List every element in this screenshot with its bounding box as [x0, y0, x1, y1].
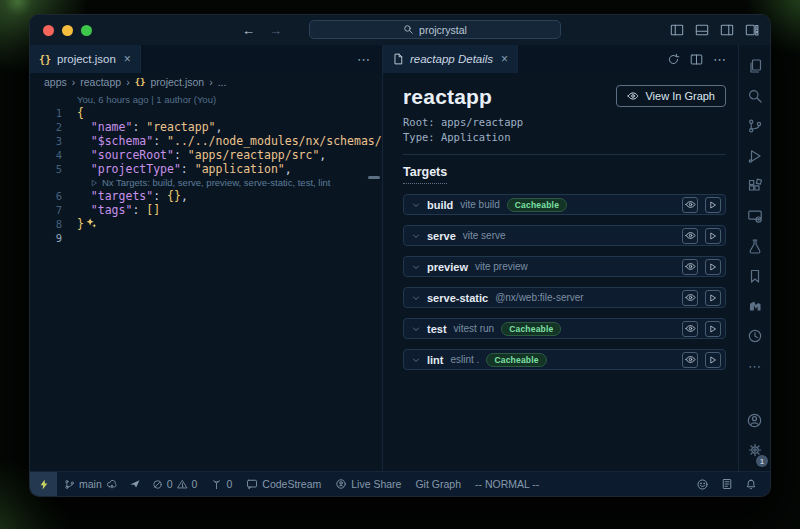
bookmarks-icon[interactable]: [739, 261, 770, 291]
target-row-serve[interactable]: serve vite serve: [403, 225, 726, 246]
codestream-status[interactable]: CodeStream: [239, 478, 328, 490]
nx-targets-codelens[interactable]: Nx Targets: build, serve, preview, serve…: [30, 176, 382, 189]
extensions-icon[interactable]: [739, 171, 770, 201]
toggle-panel-icon[interactable]: [695, 23, 709, 37]
account-icon[interactable]: [739, 405, 770, 435]
tab-bar-right: reactapp Details × ⋯: [383, 45, 738, 73]
split-editor-icon[interactable]: [690, 53, 703, 66]
customize-layout-icon[interactable]: [745, 23, 759, 37]
code-line-current[interactable]: 9: [30, 231, 382, 245]
sparkle-icon[interactable]: [86, 217, 97, 229]
scrollbar-thumb[interactable]: [368, 176, 380, 179]
formatter-icon[interactable]: [721, 478, 733, 490]
source-control-icon[interactable]: [739, 111, 770, 141]
code-line[interactable]: 3 "$schema": "../../node_modules/nx/sche…: [30, 134, 382, 148]
close-window-button[interactable]: [43, 25, 54, 36]
extension-status-icon[interactable]: [125, 478, 145, 490]
code-line[interactable]: 6 "targets": {},: [30, 189, 382, 203]
toggle-secondary-sidebar-icon[interactable]: [720, 23, 734, 37]
code-line[interactable]: 4 "sourceRoot": "apps/reactapp/src",: [30, 148, 382, 162]
type-label: Type:: [403, 131, 435, 143]
remote-indicator[interactable]: [30, 472, 57, 496]
liveshare-status[interactable]: Live Share: [328, 478, 408, 490]
ports-status[interactable]: 0: [204, 478, 239, 490]
explorer-icon[interactable]: [739, 51, 770, 81]
chevron-down-icon[interactable]: [412, 201, 420, 209]
run-target-button[interactable]: [705, 290, 721, 306]
run-target-button[interactable]: [705, 197, 721, 213]
chevron-down-icon[interactable]: [412, 325, 420, 333]
problems-status[interactable]: 0 0: [145, 478, 205, 490]
run-target-button[interactable]: [705, 321, 721, 337]
run-target-button[interactable]: [705, 259, 721, 275]
gitlens-blame-annotation[interactable]: You, 6 hours ago | 1 author (You): [30, 93, 382, 106]
view-target-button[interactable]: [682, 352, 698, 368]
view-in-graph-button[interactable]: View In Graph: [616, 85, 726, 107]
run-target-button[interactable]: [705, 352, 721, 368]
more-views-icon[interactable]: ⋯: [739, 351, 770, 381]
chevron-down-icon[interactable]: [412, 356, 420, 364]
code-editor[interactable]: You, 6 hours ago | 1 author (You) 1{ 2 "…: [30, 91, 382, 471]
cacheable-badge: Cacheable: [486, 353, 546, 367]
remote-explorer-icon[interactable]: [739, 201, 770, 231]
line-number: 8: [30, 217, 62, 231]
target-row-preview[interactable]: preview vite preview: [403, 256, 726, 277]
code-line[interactable]: 7 "tags": []: [30, 203, 382, 217]
more-actions-icon[interactable]: ⋯: [713, 52, 726, 67]
code-line[interactable]: 5 "projectType": "application",: [30, 162, 382, 176]
toggle-primary-sidebar-icon[interactable]: [670, 23, 684, 37]
targets-list: build vite build Cacheable serve vite se…: [403, 194, 726, 370]
git-branch-status[interactable]: main: [57, 478, 125, 490]
minimize-window-button[interactable]: [62, 25, 73, 36]
target-row-lint[interactable]: lint eslint . Cacheable: [403, 349, 726, 370]
view-target-button[interactable]: [682, 259, 698, 275]
eye-icon: [685, 230, 696, 241]
code-line[interactable]: 1{: [30, 106, 382, 120]
breadcrumb-item[interactable]: apps: [44, 76, 67, 88]
eye-icon: [685, 323, 696, 334]
git-graph-status[interactable]: Git Graph: [408, 478, 468, 490]
tab-project-json[interactable]: {} project.json ×: [30, 45, 141, 73]
view-target-button[interactable]: [682, 290, 698, 306]
view-target-button[interactable]: [682, 321, 698, 337]
feedback-smiley-icon[interactable]: [696, 478, 709, 491]
close-tab-icon[interactable]: ×: [501, 52, 508, 66]
breadcrumb-item[interactable]: project.json: [151, 76, 205, 88]
view-target-button[interactable]: [682, 197, 698, 213]
warning-icon: [177, 479, 188, 490]
chevron-down-icon[interactable]: [412, 294, 420, 302]
settings-gear-icon[interactable]: 1: [739, 435, 770, 465]
view-target-button[interactable]: [682, 228, 698, 244]
notifications-bell-icon[interactable]: [745, 478, 757, 491]
vscode-window: ← → projcrystal {} project.json ×: [29, 14, 771, 497]
forward-arrow-icon[interactable]: →: [269, 23, 282, 38]
editor-group-left: {} project.json × ⋯ apps › reactapp › {}…: [30, 45, 383, 471]
back-arrow-icon[interactable]: ←: [242, 23, 255, 38]
target-row-build[interactable]: build vite build Cacheable: [403, 194, 726, 215]
target-row-test[interactable]: test vitest run Cacheable: [403, 318, 726, 339]
run-target-button[interactable]: [705, 228, 721, 244]
testing-beaker-icon[interactable]: [739, 231, 770, 261]
code-line[interactable]: 2 "name": "reactapp",: [30, 120, 382, 134]
eye-icon: [685, 199, 696, 210]
nx-console-icon[interactable]: [739, 291, 770, 321]
refresh-icon[interactable]: [667, 53, 680, 66]
history-nav: ← →: [242, 15, 282, 45]
code-line[interactable]: 8}: [30, 217, 382, 231]
target-row-serve-static[interactable]: serve-static @nx/web:file-server: [403, 287, 726, 308]
tab-reactapp-details[interactable]: reactapp Details ×: [383, 45, 518, 73]
chevron-down-icon[interactable]: [412, 232, 420, 240]
error-icon: [152, 479, 163, 490]
search-icon[interactable]: [739, 81, 770, 111]
breadcrumb-item[interactable]: reactapp: [80, 76, 121, 88]
more-actions-icon[interactable]: ⋯: [357, 52, 370, 67]
chevron-down-icon[interactable]: [412, 263, 420, 271]
run-debug-icon[interactable]: [739, 141, 770, 171]
maximize-window-button[interactable]: [81, 25, 92, 36]
timeline-icon[interactable]: [739, 321, 770, 351]
vim-mode-status[interactable]: -- NORMAL --: [468, 478, 546, 490]
tab-label: project.json: [57, 53, 116, 65]
close-tab-icon[interactable]: ×: [124, 52, 131, 66]
breadcrumb-item[interactable]: ...: [218, 76, 227, 88]
command-center-search[interactable]: projcrystal: [309, 20, 561, 39]
